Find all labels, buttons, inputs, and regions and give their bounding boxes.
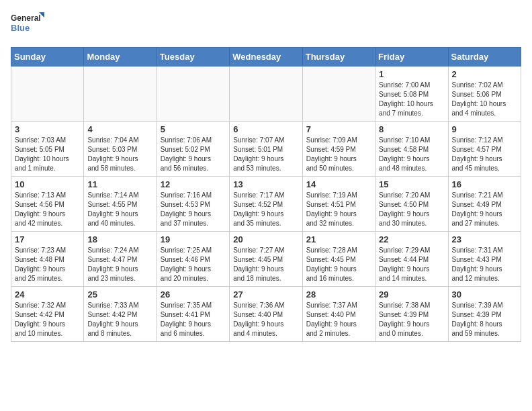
day-info: Sunrise: 7:02 AM Sunset: 5:06 PM Dayligh… [452, 81, 517, 118]
weekday-header-friday: Friday [375, 48, 448, 66]
day-number: 12 [161, 179, 226, 189]
week-row-3: 10Sunrise: 7:13 AM Sunset: 4:56 PM Dayli… [11, 177, 521, 232]
calendar-cell: 12Sunrise: 7:16 AM Sunset: 4:53 PM Dayli… [157, 177, 229, 232]
day-info: Sunrise: 7:21 AM Sunset: 4:49 PM Dayligh… [452, 191, 517, 228]
calendar-cell: 25Sunrise: 7:33 AM Sunset: 4:42 PM Dayli… [84, 287, 157, 342]
day-info: Sunrise: 7:09 AM Sunset: 4:59 PM Dayligh… [306, 136, 371, 173]
calendar-cell: 5Sunrise: 7:06 AM Sunset: 5:02 PM Daylig… [157, 122, 229, 177]
day-info: Sunrise: 7:12 AM Sunset: 4:57 PM Dayligh… [452, 136, 517, 173]
calendar-cell: 13Sunrise: 7:17 AM Sunset: 4:52 PM Dayli… [230, 177, 302, 232]
day-info: Sunrise: 7:07 AM Sunset: 5:01 PM Dayligh… [233, 136, 298, 173]
day-info: Sunrise: 7:20 AM Sunset: 4:50 PM Dayligh… [379, 191, 444, 228]
weekday-header-sunday: Sunday [11, 48, 84, 66]
calendar-cell: 2Sunrise: 7:02 AM Sunset: 5:06 PM Daylig… [448, 66, 521, 122]
day-number: 27 [233, 289, 298, 300]
calendar-cell: 28Sunrise: 7:37 AM Sunset: 4:40 PM Dayli… [302, 287, 375, 342]
day-number: 4 [87, 124, 152, 134]
day-info: Sunrise: 7:10 AM Sunset: 4:58 PM Dayligh… [379, 136, 444, 173]
week-row-4: 17Sunrise: 7:23 AM Sunset: 4:48 PM Dayli… [11, 232, 521, 287]
day-info: Sunrise: 7:19 AM Sunset: 4:51 PM Dayligh… [306, 191, 371, 228]
calendar-cell: 15Sunrise: 7:20 AM Sunset: 4:50 PM Dayli… [375, 177, 448, 232]
day-info: Sunrise: 7:00 AM Sunset: 5:08 PM Dayligh… [379, 81, 444, 118]
calendar-cell: 3Sunrise: 7:03 AM Sunset: 5:05 PM Daylig… [11, 122, 84, 177]
day-number: 3 [15, 124, 80, 134]
week-row-5: 24Sunrise: 7:32 AM Sunset: 4:42 PM Dayli… [11, 287, 521, 342]
day-info: Sunrise: 7:28 AM Sunset: 4:45 PM Dayligh… [306, 246, 371, 283]
day-info: Sunrise: 7:03 AM Sunset: 5:05 PM Dayligh… [15, 136, 80, 173]
day-info: Sunrise: 7:23 AM Sunset: 4:48 PM Dayligh… [15, 246, 80, 283]
svg-marker-3 [40, 13, 44, 17]
week-row-1: 1Sunrise: 7:00 AM Sunset: 5:08 PM Daylig… [11, 66, 521, 122]
svg-text:General: General [11, 13, 41, 23]
day-number: 10 [15, 179, 80, 189]
day-number: 26 [161, 289, 226, 300]
day-number: 23 [452, 234, 517, 244]
day-info: Sunrise: 7:38 AM Sunset: 4:39 PM Dayligh… [379, 301, 444, 338]
calendar-cell: 1Sunrise: 7:00 AM Sunset: 5:08 PM Daylig… [375, 66, 448, 122]
day-number: 29 [379, 289, 444, 300]
calendar-cell: 22Sunrise: 7:29 AM Sunset: 4:44 PM Dayli… [375, 232, 448, 287]
day-info: Sunrise: 7:39 AM Sunset: 4:39 PM Dayligh… [452, 301, 517, 338]
calendar-cell: 14Sunrise: 7:19 AM Sunset: 4:51 PM Dayli… [302, 177, 375, 232]
calendar-cell: 21Sunrise: 7:28 AM Sunset: 4:45 PM Dayli… [302, 232, 375, 287]
day-info: Sunrise: 7:24 AM Sunset: 4:47 PM Dayligh… [87, 246, 152, 283]
day-number: 18 [87, 234, 152, 244]
weekday-header-monday: Monday [84, 48, 157, 66]
day-number: 22 [379, 234, 444, 244]
weekday-header-tuesday: Tuesday [157, 48, 229, 66]
day-info: Sunrise: 7:13 AM Sunset: 4:56 PM Dayligh… [15, 191, 80, 228]
day-number: 16 [452, 179, 517, 189]
day-number: 9 [452, 124, 517, 134]
calendar-cell [11, 66, 84, 122]
day-number: 13 [233, 179, 298, 189]
calendar-cell: 6Sunrise: 7:07 AM Sunset: 5:01 PM Daylig… [230, 122, 302, 177]
calendar-cell: 19Sunrise: 7:25 AM Sunset: 4:46 PM Dayli… [157, 232, 229, 287]
day-number: 7 [306, 124, 371, 134]
day-number: 30 [452, 289, 517, 300]
day-info: Sunrise: 7:36 AM Sunset: 4:40 PM Dayligh… [233, 301, 298, 338]
day-info: Sunrise: 7:14 AM Sunset: 4:55 PM Dayligh… [87, 191, 152, 228]
logo-svg: General Blue [11, 11, 44, 39]
calendar-cell: 24Sunrise: 7:32 AM Sunset: 4:42 PM Dayli… [11, 287, 84, 342]
day-number: 15 [379, 179, 444, 189]
day-number: 14 [306, 179, 371, 189]
calendar-cell: 10Sunrise: 7:13 AM Sunset: 4:56 PM Dayli… [11, 177, 84, 232]
calendar-cell [84, 66, 157, 122]
calendar-table: SundayMondayTuesdayWednesdayThursdayFrid… [11, 47, 521, 342]
logo: General Blue [11, 11, 44, 39]
calendar-cell [230, 66, 302, 122]
day-number: 8 [379, 124, 444, 134]
calendar-cell: 20Sunrise: 7:27 AM Sunset: 4:45 PM Dayli… [230, 232, 302, 287]
calendar-cell: 8Sunrise: 7:10 AM Sunset: 4:58 PM Daylig… [375, 122, 448, 177]
day-number: 1 [379, 69, 444, 79]
calendar-cell: 11Sunrise: 7:14 AM Sunset: 4:55 PM Dayli… [84, 177, 157, 232]
calendar-cell [302, 66, 375, 122]
calendar-cell: 29Sunrise: 7:38 AM Sunset: 4:39 PM Dayli… [375, 287, 448, 342]
day-number: 17 [15, 234, 80, 244]
calendar-cell: 27Sunrise: 7:36 AM Sunset: 4:40 PM Dayli… [230, 287, 302, 342]
day-info: Sunrise: 7:27 AM Sunset: 4:45 PM Dayligh… [233, 246, 298, 283]
day-number: 11 [87, 179, 152, 189]
day-number: 6 [233, 124, 298, 134]
weekday-header-row: SundayMondayTuesdayWednesdayThursdayFrid… [11, 48, 521, 66]
day-info: Sunrise: 7:17 AM Sunset: 4:52 PM Dayligh… [233, 191, 298, 228]
calendar-cell: 18Sunrise: 7:24 AM Sunset: 4:47 PM Dayli… [84, 232, 157, 287]
day-number: 24 [15, 289, 80, 300]
calendar-cell: 4Sunrise: 7:04 AM Sunset: 5:03 PM Daylig… [84, 122, 157, 177]
calendar-cell: 30Sunrise: 7:39 AM Sunset: 4:39 PM Dayli… [448, 287, 521, 342]
day-number: 28 [306, 289, 371, 300]
weekday-header-saturday: Saturday [448, 48, 521, 66]
week-row-2: 3Sunrise: 7:03 AM Sunset: 5:05 PM Daylig… [11, 122, 521, 177]
day-number: 25 [87, 289, 152, 300]
calendar-cell: 9Sunrise: 7:12 AM Sunset: 4:57 PM Daylig… [448, 122, 521, 177]
day-info: Sunrise: 7:33 AM Sunset: 4:42 PM Dayligh… [87, 301, 152, 338]
day-info: Sunrise: 7:04 AM Sunset: 5:03 PM Dayligh… [87, 136, 152, 173]
weekday-header-thursday: Thursday [302, 48, 375, 66]
calendar-cell: 16Sunrise: 7:21 AM Sunset: 4:49 PM Dayli… [448, 177, 521, 232]
day-number: 2 [452, 69, 517, 79]
calendar-cell: 17Sunrise: 7:23 AM Sunset: 4:48 PM Dayli… [11, 232, 84, 287]
calendar-cell: 7Sunrise: 7:09 AM Sunset: 4:59 PM Daylig… [302, 122, 375, 177]
calendar-cell [157, 66, 229, 122]
page-header: General Blue [11, 11, 521, 39]
day-info: Sunrise: 7:32 AM Sunset: 4:42 PM Dayligh… [15, 301, 80, 338]
